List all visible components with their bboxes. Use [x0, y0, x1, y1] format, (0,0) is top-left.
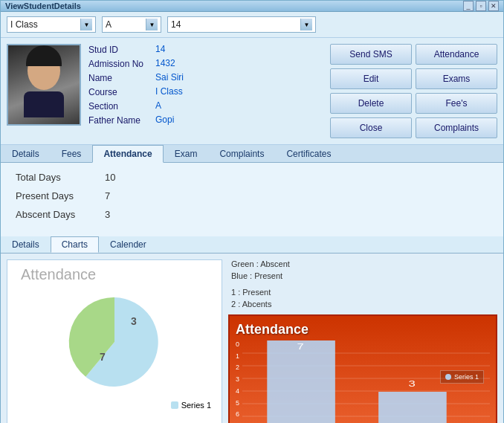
legend-blue-text: Blue : Present: [231, 271, 494, 280]
sub-tabs-bar: Details Charts Calender: [1, 236, 503, 254]
legend-text-panel: Green : Abscent Blue : Present 1 : Prese…: [228, 259, 497, 309]
tab-fees[interactable]: Fees: [51, 145, 93, 163]
present-days-row: Present Days 7: [16, 190, 488, 201]
bar-series-label: Series 1: [454, 373, 479, 381]
hair: [26, 45, 62, 66]
father-name-value: Gopi: [155, 114, 323, 126]
stud-id-value: 14: [155, 44, 323, 55]
present-days-label: Present Days: [16, 190, 90, 201]
fees-button[interactable]: Fee's: [416, 93, 497, 114]
window-title: ViewStudentDetails: [5, 1, 81, 10]
total-days-row: Total Days 10: [16, 172, 488, 183]
legend-green-text: Green : Abscent: [231, 259, 494, 268]
tab-complaints[interactable]: Complaints: [208, 145, 275, 163]
student-dropdown-arrow: ▼: [300, 19, 312, 30]
delete-button[interactable]: Delete: [330, 93, 412, 114]
name-label: Name: [88, 72, 155, 83]
restore-button[interactable]: ▫: [476, 1, 486, 11]
bar-chart-area: Attendance 7 6 5 4 3 2 1 0: [228, 314, 497, 423]
total-days-label: Total Days: [16, 172, 90, 183]
father-name-label: Father Name: [88, 114, 155, 126]
close-dialog-button[interactable]: Close: [330, 117, 412, 138]
present-label: 1 : Present: [231, 288, 494, 297]
name-value: Sai Siri: [155, 72, 323, 83]
section-dropdown[interactable]: A ▼: [102, 16, 161, 33]
admission-no-value: 1432: [155, 58, 323, 69]
sub-tab-charts[interactable]: Charts: [51, 236, 99, 253]
pie-chart-area: Attendance 7 3 Series 1: [7, 259, 222, 423]
pie-chart-title: Attendance: [13, 266, 96, 283]
section-value: A: [106, 19, 146, 30]
title-bar: ViewStudentDetails _ ▫ ✕: [1, 1, 503, 12]
right-panel: Green : Abscent Blue : Present 1 : Prese…: [222, 259, 497, 423]
absent-days-row: Abscent Days 3: [16, 209, 488, 220]
main-window: ViewStudentDetails _ ▫ ✕ I Class ▼ A ▼ 1…: [0, 0, 504, 423]
sub-tab-details[interactable]: Details: [1, 236, 51, 253]
section-value: A: [155, 100, 323, 112]
face-silhouette: [22, 51, 66, 118]
edit-button[interactable]: Edit: [330, 68, 412, 89]
pie-chart-container: 7 3: [48, 286, 181, 398]
main-tabs-bar: Details Fees Attendance Exam Complaints …: [1, 145, 503, 163]
series-legend-dot: [171, 401, 178, 409]
course-value: I Class: [155, 86, 323, 97]
total-days-value: 10: [105, 172, 115, 183]
section-dropdown-arrow: ▼: [146, 19, 158, 30]
y-label-2: 2: [236, 364, 239, 371]
present-days-value: 7: [105, 190, 110, 201]
student-id-value: 14: [171, 19, 300, 30]
course-label: Course: [88, 86, 155, 97]
minimize-button[interactable]: _: [463, 1, 474, 11]
absent-days-label: Abscent Days: [16, 209, 90, 220]
section-label: Section: [88, 100, 155, 112]
absent-label: 2 : Abcents: [231, 300, 494, 309]
bar-1: [267, 340, 335, 423]
class-value: I Class: [10, 19, 80, 30]
y-label-1: 1: [236, 352, 239, 360]
face-oval: [28, 51, 60, 90]
bar-chart-title: Attendance: [236, 322, 490, 338]
y-axis: 7 6 5 4 3 2 1 0: [236, 340, 242, 423]
y-label-5: 5: [236, 399, 239, 407]
attendance-button[interactable]: Attendance: [416, 44, 497, 65]
bar-2: [378, 392, 447, 423]
pie-label-present: 7: [100, 351, 106, 363]
attendance-stats-panel: Total Days 10 Present Days 7 Abscent Day…: [1, 163, 503, 236]
window-controls: _ ▫ ✕: [463, 1, 499, 11]
student-fields: Stud ID 14 Admission No 1432 Name Sai Si…: [88, 44, 323, 138]
student-id-dropdown[interactable]: 14 ▼: [167, 16, 316, 33]
close-button[interactable]: ✕: [488, 1, 499, 11]
send-sms-button[interactable]: Send SMS: [330, 44, 412, 65]
series-legend-label: Series 1: [181, 401, 211, 410]
action-buttons-panel: Send SMS Attendance Edit Exams Delete Fe…: [330, 44, 497, 138]
absent-days-value: 3: [105, 209, 110, 220]
pie-label-absent: 3: [131, 315, 137, 327]
bar-series-dot: [445, 374, 451, 380]
class-dropdown[interactable]: I Class ▼: [7, 16, 96, 33]
bar-series-legend: Series 1: [440, 370, 484, 384]
tab-attendance[interactable]: Attendance: [92, 145, 163, 163]
y-label-3: 3: [236, 375, 239, 383]
tab-exam[interactable]: Exam: [164, 145, 209, 163]
top-filter-bar: I Class ▼ A ▼ 14 ▼: [1, 12, 503, 38]
photo-image: [8, 45, 80, 124]
complaints-button[interactable]: Complaints: [416, 117, 497, 138]
class-dropdown-arrow: ▼: [80, 19, 92, 30]
stud-id-label: Stud ID: [88, 44, 155, 55]
charts-section: Attendance 7 3 Series 1: [1, 254, 503, 423]
student-info-panel: Stud ID 14 Admission No 1432 Name Sai Si…: [1, 38, 503, 145]
y-label-4: 4: [236, 387, 239, 395]
student-photo: [7, 44, 81, 126]
pie-chart-svg: 7 3: [48, 286, 181, 398]
tab-details[interactable]: Details: [1, 145, 51, 163]
bar-value-1: 7: [297, 343, 304, 351]
tab-certificates[interactable]: Certificates: [275, 145, 342, 163]
y-label-0: 0: [236, 340, 239, 348]
sub-tab-calender[interactable]: Calender: [99, 236, 158, 253]
y-label-6: 6: [236, 410, 239, 418]
admission-no-label: Admission No: [88, 58, 155, 69]
exams-button[interactable]: Exams: [416, 68, 497, 89]
pie-series-legend: Series 1: [171, 401, 211, 410]
bar-value-2: 3: [408, 380, 416, 388]
body-shape: [24, 91, 64, 117]
